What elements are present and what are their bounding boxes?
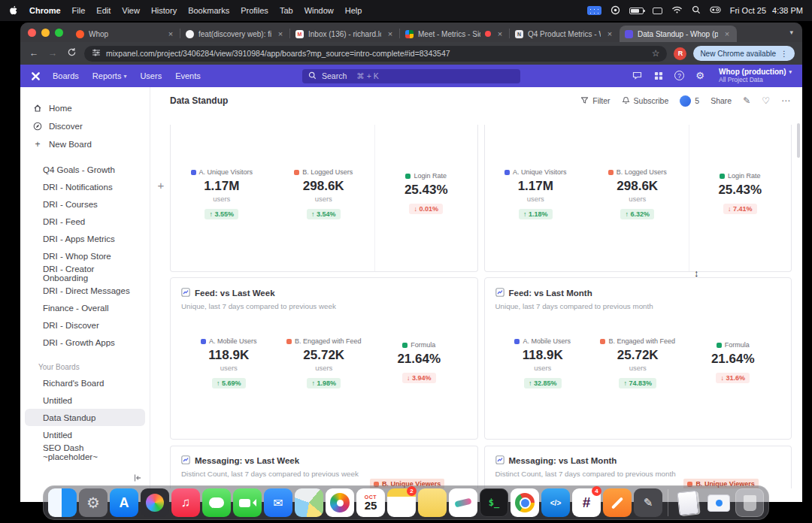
- nav-item[interactable]: Boards: [53, 71, 79, 80]
- menu-item[interactable]: Window: [304, 6, 334, 15]
- report-card-messaging-month[interactable]: Messaging: vs Last Month Distinct Count,…: [484, 446, 792, 488]
- tab-q4-metrics[interactable]: Q4 Product Metrics - Whop: [510, 26, 620, 42]
- report-card-login-month[interactable]: A. Unique Visitors 1.17M users ↑ 1.18% B…: [484, 125, 792, 272]
- sidebar-board-item-data-standup[interactable]: Data Standup: [25, 409, 145, 426]
- window-minimize-button[interactable]: [41, 29, 50, 37]
- menu-app-name[interactable]: Chrome: [29, 6, 61, 15]
- tab-search-button[interactable]: [780, 29, 802, 36]
- sidebar-board-item[interactable]: DRI - Notifications: [25, 178, 145, 195]
- dock-icon-calendar[interactable]: OCT 25: [356, 488, 385, 517]
- search-bar[interactable]: Search ⌘ + K: [302, 69, 520, 83]
- battery-icon[interactable]: [629, 8, 644, 14]
- dock-icon-photos[interactable]: [326, 488, 354, 517]
- dock-icon-tool-app[interactable]: [603, 488, 632, 517]
- menu-item[interactable]: Bookmarks: [188, 6, 229, 15]
- dock-icon-notes[interactable]: 2: [387, 488, 416, 517]
- tab-close-button[interactable]: [605, 30, 614, 38]
- settings-gear-icon[interactable]: [694, 70, 706, 81]
- dock-icon-slack[interactable]: 4: [572, 488, 601, 517]
- sidebar-board-item[interactable]: DRI - Courses: [25, 195, 145, 213]
- filter-button[interactable]: Filter: [580, 96, 610, 106]
- control-center-icon[interactable]: [710, 6, 721, 15]
- tab-whop[interactable]: Whop: [71, 26, 180, 42]
- input-source-icon[interactable]: [587, 6, 601, 15]
- subscribe-button[interactable]: Subscribe: [622, 96, 669, 106]
- add-card-button[interactable]: [155, 179, 167, 191]
- dock-icon-wave-app[interactable]: [449, 488, 477, 517]
- collapse-sidebar-button[interactable]: [133, 473, 142, 482]
- menu-item[interactable]: View: [122, 6, 140, 15]
- sidebar-board-item[interactable]: DRI - Apps Metrics: [25, 230, 145, 247]
- menu-item[interactable]: Profiles: [241, 6, 268, 15]
- sidebar-board-item-seo-dash[interactable]: SEO Dash ~placeholder~: [25, 443, 145, 461]
- dock-icon-terminal[interactable]: [480, 488, 508, 517]
- apps-grid-icon[interactable]: [653, 71, 665, 80]
- site-controls-icon[interactable]: [92, 47, 101, 60]
- tab-close-button[interactable]: [276, 30, 285, 38]
- window-close-button[interactable]: [28, 29, 36, 37]
- bookmark-star-icon[interactable]: [652, 48, 660, 59]
- dock-icon-stickies[interactable]: [418, 488, 447, 517]
- sidebar-board-item-richards-board[interactable]: Richard's Board: [25, 374, 145, 391]
- sidebar-board-item[interactable]: DRI - Growth Apps: [25, 334, 145, 351]
- dock-icon-downloads-stack[interactable]: [704, 488, 733, 517]
- menu-item[interactable]: Edit: [96, 6, 111, 15]
- collaborators[interactable]: 5: [680, 95, 699, 107]
- back-button[interactable]: [28, 48, 40, 59]
- menu-item[interactable]: Tab: [280, 6, 293, 15]
- sidebar-item-discover[interactable]: Discover: [25, 117, 145, 135]
- report-card-feed-week[interactable]: Feed: vs Last Week Unique, last 7 days c…: [170, 277, 478, 440]
- forward-button[interactable]: [47, 48, 59, 59]
- sidebar-board-item-untitled-1[interactable]: Untitled: [25, 391, 145, 409]
- more-options-icon[interactable]: [781, 96, 790, 105]
- spotlight-icon[interactable]: [692, 5, 701, 16]
- tab-meet[interactable]: Meet - Metrics - Sid/Gab...: [400, 26, 510, 42]
- dock-icon-messages[interactable]: [202, 488, 231, 517]
- mixpanel-logo[interactable]: [31, 71, 41, 81]
- dock-icon-trash[interactable]: [735, 488, 764, 517]
- share-button[interactable]: Share: [710, 96, 732, 105]
- new-chrome-button[interactable]: New Chrome available: [693, 46, 795, 61]
- window-zoom-button[interactable]: [55, 29, 63, 37]
- feedback-chat-icon[interactable]: [631, 71, 643, 80]
- dock-icon-settings[interactable]: [79, 488, 108, 517]
- wifi-icon[interactable]: [671, 5, 683, 16]
- report-card-feed-month[interactable]: Feed: vs Last Month Unique, last 7 days …: [484, 277, 792, 440]
- sidebar-board-item[interactable]: Q4 Goals - Growth: [25, 161, 145, 178]
- dock-icon-music[interactable]: [171, 488, 200, 517]
- tab-close-button[interactable]: [166, 30, 175, 38]
- menu-item[interactable]: Help: [345, 6, 362, 15]
- screen-record-icon[interactable]: [611, 5, 620, 17]
- dock-icon-finder[interactable]: [48, 488, 77, 517]
- dock-icon-chrome[interactable]: [511, 488, 539, 517]
- favorite-heart-icon[interactable]: [762, 96, 770, 105]
- address-bar[interactable]: mixpanel.com/project/3406284/view/391098…: [84, 46, 667, 62]
- sidebar-item-new-board[interactable]: + New Board: [25, 135, 145, 153]
- sidebar-board-item[interactable]: DRI - Whop Store: [25, 247, 145, 265]
- dock-icon-vscode[interactable]: [541, 488, 570, 517]
- tab-gmail[interactable]: Inbox (136) - richard.lottes@...: [290, 26, 400, 42]
- nav-item[interactable]: Reports: [92, 71, 127, 80]
- dock-icon-documents-stack[interactable]: [674, 488, 702, 517]
- dock-icon-mail[interactable]: [264, 488, 292, 517]
- apple-menu-icon[interactable]: [9, 5, 18, 16]
- display-icon[interactable]: [653, 8, 662, 14]
- dock-icon-pencil-app[interactable]: [634, 488, 662, 517]
- report-card-messaging-week[interactable]: Messaging: vs Last Week Distinct Count, …: [170, 446, 478, 488]
- dock-icon-app-store[interactable]: [110, 488, 138, 517]
- dock-icon-facetime[interactable]: [233, 488, 262, 517]
- sidebar-board-item[interactable]: DRI - Creator Onboarding: [25, 265, 145, 282]
- menu-item[interactable]: History: [151, 6, 177, 15]
- scrollbar-thumb[interactable]: [797, 123, 800, 158]
- menu-clock[interactable]: Fri Oct 25 4:38 PM: [730, 6, 803, 15]
- report-card-login-week[interactable]: A. Unique Visitors 1.17M users ↑ 3.55% B…: [170, 125, 478, 272]
- sidebar-board-item[interactable]: Finance - Overall: [25, 299, 145, 316]
- profile-avatar[interactable]: R: [674, 47, 686, 60]
- tab-close-button[interactable]: [386, 30, 395, 38]
- sidebar-board-item[interactable]: DRI - Direct Messages: [25, 282, 145, 299]
- sidebar-item-home[interactable]: Home: [25, 99, 145, 117]
- nav-item[interactable]: Events: [175, 71, 201, 80]
- sidebar-board-item[interactable]: DRI - Discover: [25, 316, 145, 334]
- project-switcher[interactable]: Whop (production) All Project Data: [719, 68, 792, 83]
- help-icon[interactable]: ?: [674, 71, 684, 80]
